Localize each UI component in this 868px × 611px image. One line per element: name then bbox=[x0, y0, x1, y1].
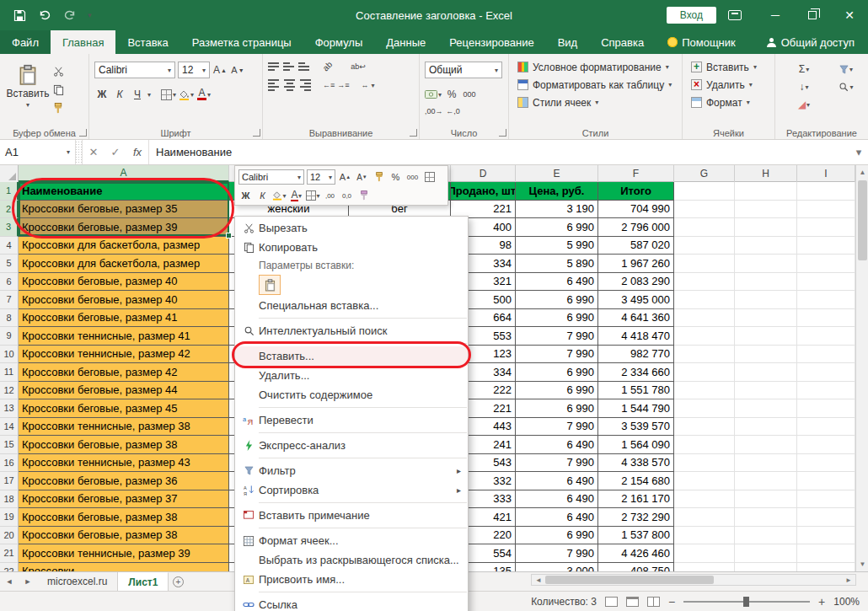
cell-F4[interactable]: 587 020 bbox=[598, 237, 674, 255]
alignment-dialog-launcher-icon[interactable] bbox=[410, 129, 417, 137]
cell-I21[interactable] bbox=[797, 544, 855, 563]
context-menu-item-23[interactable]: АПрисвоить имя... bbox=[235, 570, 468, 589]
cell-I4[interactable] bbox=[797, 237, 855, 255]
cell-F19[interactable]: 2 732 290 bbox=[598, 508, 674, 527]
cell-H22[interactable] bbox=[735, 563, 797, 572]
cell-A18[interactable]: Кроссовки беговые, размер 37 bbox=[19, 490, 229, 509]
cell-I8[interactable] bbox=[797, 309, 855, 328]
context-menu-item-14[interactable]: Экспресс-анализ bbox=[235, 436, 468, 455]
insert-cells-button[interactable]: +Вставить▾ bbox=[691, 58, 771, 76]
cell-F11[interactable]: 2 334 660 bbox=[598, 363, 674, 382]
zoom-out-icon[interactable]: − bbox=[668, 595, 675, 608]
decrease-indent-icon[interactable]: ←≡ bbox=[323, 81, 335, 89]
formula-bar-grip[interactable] bbox=[76, 140, 83, 164]
formula-input[interactable]: Наименование bbox=[148, 140, 849, 164]
shrink-font-icon[interactable]: А▼ bbox=[230, 62, 245, 78]
mini-bold-button[interactable]: Ж bbox=[238, 189, 253, 203]
decrease-decimal-icon[interactable]: ←,0 bbox=[446, 104, 461, 119]
cell-F20[interactable]: 1 537 800 bbox=[598, 527, 674, 545]
context-menu-item-10[interactable]: Очистить содержимое bbox=[235, 385, 468, 405]
ribbon-display-options-icon[interactable] bbox=[728, 10, 742, 20]
context-menu-item-12[interactable]: аЯПеревести bbox=[235, 410, 468, 430]
cell-A13[interactable]: Кроссовки беговые, размер 45 bbox=[19, 399, 229, 418]
cell-A8[interactable]: Кроссовки беговые, размер 41 bbox=[19, 309, 229, 328]
cell-I7[interactable] bbox=[797, 291, 855, 309]
cell-H13[interactable] bbox=[735, 399, 797, 418]
cell-H7[interactable] bbox=[735, 291, 797, 309]
cell-G22[interactable] bbox=[674, 563, 735, 572]
cell-E5[interactable]: 5 890 bbox=[516, 255, 598, 273]
formula-bar-expand-icon[interactable]: ▾ bbox=[849, 140, 868, 164]
row-header-3[interactable]: 3 bbox=[0, 218, 19, 237]
sheet-tab-list1[interactable]: Лист1 bbox=[118, 572, 169, 591]
name-box-dropdown-icon[interactable]: ▾ bbox=[67, 148, 70, 156]
cell-E6[interactable]: 6 490 bbox=[516, 273, 598, 292]
bold-button[interactable]: Ж bbox=[94, 87, 110, 102]
autosum-icon[interactable]: Σ▾ bbox=[785, 62, 822, 77]
row-header-6[interactable]: 6 bbox=[0, 273, 19, 292]
mini-merge-icon[interactable] bbox=[422, 170, 437, 185]
cell-E7[interactable]: 6 990 bbox=[516, 291, 598, 309]
vertical-scrollbar[interactable]: ▲ ▼ bbox=[855, 165, 868, 571]
cell-E10[interactable]: 7 990 bbox=[516, 346, 598, 364]
cell-E1[interactable]: Цена, руб. bbox=[516, 182, 598, 201]
row-header-11[interactable]: 11 bbox=[0, 363, 19, 382]
cell-H20[interactable] bbox=[735, 527, 797, 545]
underline-dropdown-icon[interactable]: ▾ bbox=[147, 91, 151, 99]
mini-decrease-decimal-icon[interactable]: 0,0 bbox=[340, 189, 354, 203]
cell-H11[interactable] bbox=[735, 363, 797, 382]
ribbon-tab-help[interactable]: Справка bbox=[589, 30, 656, 54]
column-header-A[interactable]: A bbox=[19, 165, 229, 182]
context-menu-item-6[interactable]: Интеллектуальный поиск bbox=[235, 321, 468, 340]
cell-G6[interactable] bbox=[674, 273, 735, 292]
ribbon-tab-review[interactable]: Рецензирование bbox=[437, 30, 545, 54]
cell-E11[interactable]: 6 990 bbox=[516, 363, 598, 382]
scroll-left-icon[interactable]: ◄ bbox=[532, 575, 545, 585]
cell-I3[interactable] bbox=[797, 218, 855, 237]
cell-F22[interactable]: 408 750 bbox=[598, 563, 674, 572]
cell-F16[interactable]: 4 338 570 bbox=[598, 454, 674, 473]
cell-A17[interactable]: Кроссовки беговые, размер 36 bbox=[19, 472, 229, 490]
cell-G20[interactable] bbox=[674, 527, 735, 545]
row-header-2[interactable]: 2 bbox=[0, 201, 19, 219]
row-header-4[interactable]: 4 bbox=[0, 237, 19, 255]
cell-A3[interactable]: Кроссовки беговые, размер 39 bbox=[19, 218, 229, 237]
cell-F14[interactable]: 3 539 570 bbox=[598, 418, 674, 437]
cell-H18[interactable] bbox=[735, 490, 797, 509]
cell-F2[interactable]: 704 990 bbox=[598, 201, 674, 219]
cell-H10[interactable] bbox=[735, 346, 797, 364]
cell-I11[interactable] bbox=[797, 363, 855, 382]
row-header-18[interactable]: 18 bbox=[0, 490, 19, 509]
scroll-right-icon[interactable]: ► bbox=[842, 575, 855, 585]
cell-I16[interactable] bbox=[797, 454, 855, 473]
horizontal-scrollbar[interactable]: ◄ ► bbox=[531, 574, 856, 586]
cell-G18[interactable] bbox=[674, 490, 735, 509]
page-break-view-icon[interactable] bbox=[647, 597, 660, 607]
zoom-level[interactable]: 100% bbox=[833, 596, 860, 608]
cell-F9[interactable]: 4 418 470 bbox=[598, 327, 674, 346]
cell-D1[interactable]: Продано, шт. bbox=[451, 182, 516, 201]
sheet-nav-right-icon[interactable]: ► bbox=[19, 572, 37, 591]
cell-E22[interactable]: 3 000 bbox=[516, 563, 598, 572]
fill-color-icon[interactable]: ▾ bbox=[179, 87, 194, 102]
cell-A5[interactable]: Кроссовки для баскетбола, размер bbox=[19, 255, 229, 273]
row-header-16[interactable]: 16 bbox=[0, 454, 19, 473]
cell-I17[interactable] bbox=[797, 472, 855, 490]
cell-F1[interactable]: Итого bbox=[598, 182, 674, 201]
ribbon-tab-layout[interactable]: Разметка страницы bbox=[180, 30, 303, 54]
cell-G5[interactable] bbox=[674, 255, 735, 273]
context-menu-item-9[interactable]: Удалить... bbox=[235, 366, 468, 385]
cut-icon[interactable] bbox=[51, 63, 66, 78]
cell-E9[interactable]: 7 990 bbox=[516, 327, 598, 346]
context-menu-item-25[interactable]: Ссылка bbox=[235, 595, 468, 611]
row-header-22[interactable]: 22 bbox=[0, 563, 19, 572]
context-menu-item-21[interactable]: Формат ячеек... bbox=[235, 531, 468, 550]
mini-fill-color-icon[interactable]: ▾ bbox=[272, 189, 287, 203]
context-menu-item-19[interactable]: Вставить примечание bbox=[235, 506, 468, 525]
cell-F15[interactable]: 1 564 090 bbox=[598, 436, 674, 454]
number-format-combo[interactable]: Общий▾ bbox=[425, 62, 502, 78]
align-left-icon[interactable] bbox=[268, 79, 281, 91]
cell-F3[interactable]: 2 796 000 bbox=[598, 218, 674, 237]
align-right-icon[interactable] bbox=[298, 79, 311, 91]
cell-E19[interactable]: 6 490 bbox=[516, 508, 598, 527]
